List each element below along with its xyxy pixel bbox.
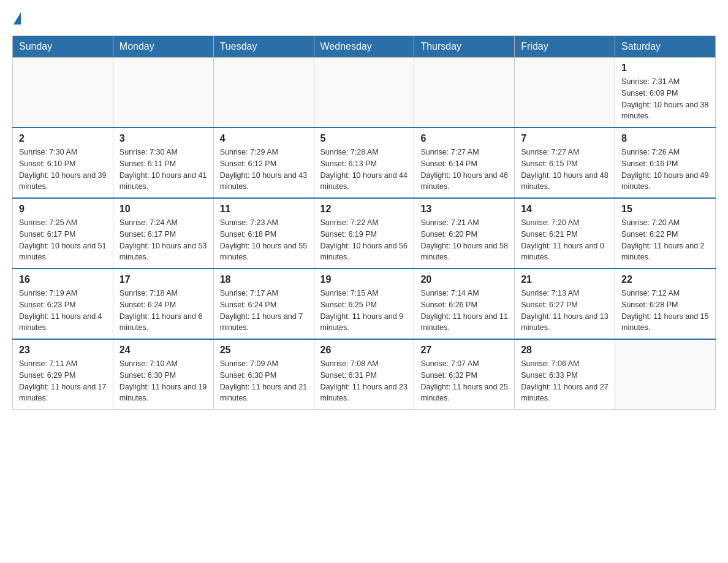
- day-header-sunday: Sunday: [13, 36, 113, 58]
- day-number: 1: [621, 63, 709, 74]
- calendar-cell: [615, 339, 716, 410]
- day-sun-info: Sunrise: 7:22 AMSunset: 6:19 PMDaylight:…: [320, 217, 408, 263]
- day-sun-info: Sunrise: 7:13 AMSunset: 6:27 PMDaylight:…: [521, 288, 609, 334]
- day-sun-info: Sunrise: 7:30 AMSunset: 6:10 PMDaylight:…: [19, 147, 107, 193]
- day-sun-info: Sunrise: 7:20 AMSunset: 6:21 PMDaylight:…: [521, 217, 609, 263]
- calendar-table: SundayMondayTuesdayWednesdayThursdayFrid…: [12, 36, 716, 410]
- calendar-cell: 16Sunrise: 7:19 AMSunset: 6:23 PMDayligh…: [13, 269, 113, 339]
- day-header-saturday: Saturday: [615, 36, 716, 58]
- day-number: 12: [320, 204, 408, 215]
- day-number: 17: [119, 274, 207, 285]
- day-sun-info: Sunrise: 7:14 AMSunset: 6:26 PMDaylight:…: [420, 288, 508, 334]
- calendar-cell: 6Sunrise: 7:27 AMSunset: 6:14 PMDaylight…: [414, 128, 515, 198]
- calendar-cell: 3Sunrise: 7:30 AMSunset: 6:11 PMDaylight…: [113, 128, 213, 198]
- day-number: 25: [220, 345, 308, 356]
- day-number: 3: [119, 133, 207, 144]
- calendar-cell: 4Sunrise: 7:29 AMSunset: 6:12 PMDaylight…: [213, 128, 314, 198]
- calendar-cell: 14Sunrise: 7:20 AMSunset: 6:21 PMDayligh…: [515, 198, 615, 269]
- calendar-cell: [314, 58, 414, 128]
- day-sun-info: Sunrise: 7:27 AMSunset: 6:15 PMDaylight:…: [521, 147, 609, 193]
- calendar-week-row: 23Sunrise: 7:11 AMSunset: 6:29 PMDayligh…: [13, 339, 716, 410]
- day-sun-info: Sunrise: 7:11 AMSunset: 6:29 PMDaylight:…: [19, 358, 107, 404]
- calendar-cell: 15Sunrise: 7:20 AMSunset: 6:22 PMDayligh…: [615, 198, 716, 269]
- calendar-cell: 9Sunrise: 7:25 AMSunset: 6:17 PMDaylight…: [13, 198, 113, 269]
- day-number: 2: [19, 133, 107, 144]
- day-number: 6: [420, 133, 508, 144]
- calendar-week-row: 2Sunrise: 7:30 AMSunset: 6:10 PMDaylight…: [13, 128, 716, 198]
- day-header-friday: Friday: [515, 36, 615, 58]
- calendar-cell: [13, 58, 113, 128]
- day-number: 11: [220, 204, 308, 215]
- calendar-cell: [515, 58, 615, 128]
- calendar-cell: 7Sunrise: 7:27 AMSunset: 6:15 PMDaylight…: [515, 128, 615, 198]
- day-sun-info: Sunrise: 7:17 AMSunset: 6:24 PMDaylight:…: [220, 288, 308, 334]
- page-header: [12, 12, 716, 26]
- day-number: 20: [420, 274, 508, 285]
- day-sun-info: Sunrise: 7:15 AMSunset: 6:25 PMDaylight:…: [320, 288, 408, 334]
- calendar-cell: 18Sunrise: 7:17 AMSunset: 6:24 PMDayligh…: [213, 269, 314, 339]
- day-sun-info: Sunrise: 7:21 AMSunset: 6:20 PMDaylight:…: [420, 217, 508, 263]
- day-number: 4: [220, 133, 308, 144]
- logo-triangle-icon: [13, 12, 21, 25]
- day-number: 22: [621, 274, 709, 285]
- calendar-cell: 12Sunrise: 7:22 AMSunset: 6:19 PMDayligh…: [314, 198, 414, 269]
- day-number: 9: [19, 204, 107, 215]
- calendar-cell: 8Sunrise: 7:26 AMSunset: 6:16 PMDaylight…: [615, 128, 716, 198]
- day-number: 15: [621, 204, 709, 215]
- day-number: 26: [320, 345, 408, 356]
- calendar-cell: 2Sunrise: 7:30 AMSunset: 6:10 PMDaylight…: [13, 128, 113, 198]
- calendar-cell: 20Sunrise: 7:14 AMSunset: 6:26 PMDayligh…: [414, 269, 515, 339]
- day-sun-info: Sunrise: 7:30 AMSunset: 6:11 PMDaylight:…: [119, 147, 207, 193]
- day-sun-info: Sunrise: 7:25 AMSunset: 6:17 PMDaylight:…: [19, 217, 107, 263]
- day-number: 10: [119, 204, 207, 215]
- day-header-monday: Monday: [113, 36, 213, 58]
- calendar-cell: 1Sunrise: 7:31 AMSunset: 6:09 PMDaylight…: [615, 58, 716, 128]
- day-sun-info: Sunrise: 7:31 AMSunset: 6:09 PMDaylight:…: [621, 76, 709, 122]
- calendar-cell: 28Sunrise: 7:06 AMSunset: 6:33 PMDayligh…: [515, 339, 615, 410]
- day-number: 13: [420, 204, 508, 215]
- day-sun-info: Sunrise: 7:28 AMSunset: 6:13 PMDaylight:…: [320, 147, 408, 193]
- calendar-week-row: 9Sunrise: 7:25 AMSunset: 6:17 PMDaylight…: [13, 198, 716, 269]
- calendar-week-row: 1Sunrise: 7:31 AMSunset: 6:09 PMDaylight…: [13, 58, 716, 128]
- calendar-cell: [113, 58, 213, 128]
- day-sun-info: Sunrise: 7:29 AMSunset: 6:12 PMDaylight:…: [220, 147, 308, 193]
- day-number: 5: [320, 133, 408, 144]
- day-sun-info: Sunrise: 7:18 AMSunset: 6:24 PMDaylight:…: [119, 288, 207, 334]
- day-number: 18: [220, 274, 308, 285]
- calendar-cell: 17Sunrise: 7:18 AMSunset: 6:24 PMDayligh…: [113, 269, 213, 339]
- calendar-cell: 22Sunrise: 7:12 AMSunset: 6:28 PMDayligh…: [615, 269, 716, 339]
- day-header-wednesday: Wednesday: [314, 36, 414, 58]
- calendar-cell: 19Sunrise: 7:15 AMSunset: 6:25 PMDayligh…: [314, 269, 414, 339]
- day-sun-info: Sunrise: 7:09 AMSunset: 6:30 PMDaylight:…: [220, 358, 308, 404]
- calendar-cell: [414, 58, 515, 128]
- calendar-cell: 21Sunrise: 7:13 AMSunset: 6:27 PMDayligh…: [515, 269, 615, 339]
- day-header-thursday: Thursday: [414, 36, 515, 58]
- calendar-week-row: 16Sunrise: 7:19 AMSunset: 6:23 PMDayligh…: [13, 269, 716, 339]
- calendar-cell: 11Sunrise: 7:23 AMSunset: 6:18 PMDayligh…: [213, 198, 314, 269]
- calendar-cell: 27Sunrise: 7:07 AMSunset: 6:32 PMDayligh…: [414, 339, 515, 410]
- logo: [12, 12, 21, 26]
- day-sun-info: Sunrise: 7:20 AMSunset: 6:22 PMDaylight:…: [621, 217, 709, 263]
- day-number: 8: [621, 133, 709, 144]
- day-number: 14: [521, 204, 609, 215]
- day-sun-info: Sunrise: 7:12 AMSunset: 6:28 PMDaylight:…: [621, 288, 709, 334]
- calendar-cell: 5Sunrise: 7:28 AMSunset: 6:13 PMDaylight…: [314, 128, 414, 198]
- day-sun-info: Sunrise: 7:27 AMSunset: 6:14 PMDaylight:…: [420, 147, 508, 193]
- day-sun-info: Sunrise: 7:08 AMSunset: 6:31 PMDaylight:…: [320, 358, 408, 404]
- day-number: 23: [19, 345, 107, 356]
- calendar-cell: 10Sunrise: 7:24 AMSunset: 6:17 PMDayligh…: [113, 198, 213, 269]
- calendar-cell: 26Sunrise: 7:08 AMSunset: 6:31 PMDayligh…: [314, 339, 414, 410]
- day-number: 24: [119, 345, 207, 356]
- calendar-cell: 25Sunrise: 7:09 AMSunset: 6:30 PMDayligh…: [213, 339, 314, 410]
- day-sun-info: Sunrise: 7:24 AMSunset: 6:17 PMDaylight:…: [119, 217, 207, 263]
- day-sun-info: Sunrise: 7:07 AMSunset: 6:32 PMDaylight:…: [420, 358, 508, 404]
- day-sun-info: Sunrise: 7:10 AMSunset: 6:30 PMDaylight:…: [119, 358, 207, 404]
- day-number: 27: [420, 345, 508, 356]
- day-number: 28: [521, 345, 609, 356]
- day-number: 21: [521, 274, 609, 285]
- day-sun-info: Sunrise: 7:19 AMSunset: 6:23 PMDaylight:…: [19, 288, 107, 334]
- day-sun-info: Sunrise: 7:06 AMSunset: 6:33 PMDaylight:…: [521, 358, 609, 404]
- day-number: 19: [320, 274, 408, 285]
- day-sun-info: Sunrise: 7:23 AMSunset: 6:18 PMDaylight:…: [220, 217, 308, 263]
- day-header-tuesday: Tuesday: [213, 36, 314, 58]
